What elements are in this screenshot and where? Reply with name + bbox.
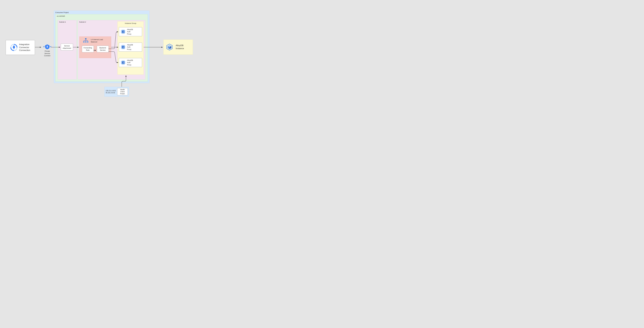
forwarding-rule-box: Forwarding Rule bbox=[82, 46, 94, 52]
subnet1-label: Subnet-1 bbox=[58, 20, 76, 24]
integration-connector-card: Integration Connector Connection bbox=[6, 40, 35, 55]
health-check-label: Health Check Prober bbox=[118, 89, 127, 95]
proxy-instance-2: AlloyDB Auth Proxy bbox=[119, 43, 142, 52]
region-label: us-central1 bbox=[56, 14, 148, 18]
forwarding-rule-label: Forwarding Rule bbox=[84, 47, 92, 51]
alloydb-instance-label: AlloyDB Instance bbox=[176, 44, 184, 50]
proxy-label: AlloyDB Auth Proxy bbox=[127, 59, 133, 66]
svg-rect-4 bbox=[14, 48, 14, 49]
load-balancer-title: L4 Internal Load Balancer bbox=[91, 39, 103, 43]
service-attachment-label: Service Attachment bbox=[63, 45, 71, 49]
svg-point-5 bbox=[43, 46, 44, 47]
chip-icon bbox=[120, 60, 126, 65]
chip-icon bbox=[120, 44, 126, 50]
load-balancer-icon bbox=[83, 38, 89, 43]
proxy-label: AlloyDB Auth Proxy bbox=[127, 28, 133, 35]
svg-rect-7 bbox=[47, 46, 48, 48]
connector-icon bbox=[10, 44, 18, 51]
psc-icon bbox=[42, 44, 53, 50]
alloydb-instance-card: AlloyDB Instance bbox=[164, 40, 193, 55]
svg-point-9 bbox=[50, 46, 51, 47]
health-check-ips: 130.211.0.0/22 35.191.0.0/16 bbox=[106, 90, 116, 94]
proxy-instance-1: AlloyDB Auth Proxy bbox=[119, 27, 142, 36]
backend-service-box: Backend Service bbox=[97, 46, 109, 52]
svg-rect-18 bbox=[85, 41, 86, 43]
health-check-box: 130.211.0.0/22 35.191.0.0/16 Health Chec… bbox=[104, 87, 129, 97]
proxy-instance-3: AlloyDB Auth Proxy bbox=[119, 58, 142, 67]
service-attachment-box: Service Attachment bbox=[61, 44, 73, 51]
backend-service-label: Backend Service bbox=[100, 47, 106, 51]
proxy-label: AlloyDB Auth Proxy bbox=[127, 44, 133, 51]
svg-rect-1 bbox=[13, 46, 15, 48]
integration-connector-label: Integration Connector Connection bbox=[19, 43, 30, 52]
health-check-prober-box: Health Check Prober bbox=[117, 88, 128, 95]
svg-rect-19 bbox=[87, 41, 88, 43]
alloydb-icon bbox=[166, 43, 173, 51]
svg-rect-11 bbox=[85, 39, 86, 39]
psc-node: Private Service Connect bbox=[42, 44, 53, 57]
chip-icon bbox=[120, 29, 126, 35]
instance-group-label: Instance Group bbox=[118, 22, 144, 25]
consumer-project-label: Consumer Project bbox=[54, 11, 149, 14]
svg-rect-2 bbox=[14, 45, 14, 46]
svg-rect-21 bbox=[122, 31, 124, 33]
psc-label: Private Service Connect bbox=[42, 50, 53, 57]
svg-rect-3 bbox=[14, 45, 14, 46]
load-balancer-box: L4 Internal Load Balancer Forwarding Rul… bbox=[79, 37, 111, 58]
svg-rect-17 bbox=[83, 41, 84, 43]
svg-rect-35 bbox=[122, 46, 124, 48]
svg-rect-49 bbox=[122, 62, 124, 63]
